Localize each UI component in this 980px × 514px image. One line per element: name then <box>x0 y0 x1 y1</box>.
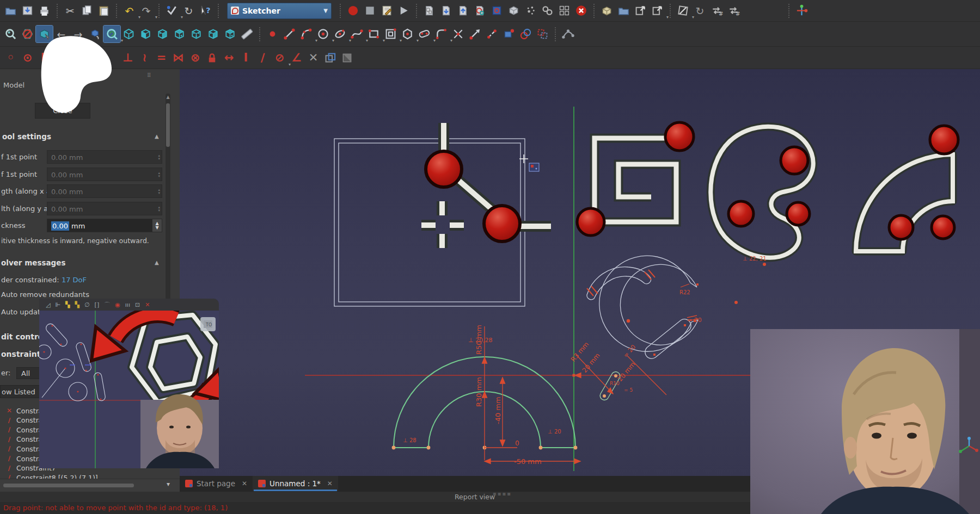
view-bottom-icon[interactable] <box>205 26 222 42</box>
close-tab-icon[interactable]: ✕ <box>242 480 247 487</box>
validate-icon[interactable]: ▾ <box>163 2 180 19</box>
dimension-label[interactable]: R3 mm <box>569 340 590 363</box>
close-button[interactable]: Close <box>35 103 90 119</box>
trim-edge-icon[interactable] <box>450 26 467 42</box>
swap-params-icon[interactable]: # <box>708 2 725 19</box>
remove-redundancy-icon[interactable] <box>522 2 539 19</box>
constraint-symmetric-icon[interactable]: ⋈ <box>170 49 187 66</box>
view-front-icon[interactable] <box>137 26 154 42</box>
paste-icon[interactable] <box>95 2 112 19</box>
zoom-icon[interactable] <box>2 26 19 42</box>
constraint-lock-icon[interactable] <box>204 49 220 66</box>
bspline-tools-icon[interactable] <box>560 26 577 42</box>
create-fillet-icon[interactable]: ▾ <box>433 26 450 42</box>
dimension-label[interactable]: ⊥ 20 <box>548 429 561 435</box>
toggle-construction-icon[interactable] <box>322 49 339 66</box>
map-sketch-icon[interactable] <box>488 2 505 19</box>
fit-all-icon[interactable]: ▾ <box>103 26 120 42</box>
constraint-point-on-object-icon[interactable]: Γ <box>36 49 53 66</box>
constraint-equal-icon[interactable]: = <box>153 49 170 66</box>
dimension-label[interactable]: ⊥ 28 <box>403 437 416 443</box>
dimension-label[interactable]: R30 mm <box>475 377 483 407</box>
export-sketch-icon[interactable] <box>455 2 471 19</box>
macro-edit-icon[interactable] <box>378 2 395 19</box>
constraint-diameter-icon[interactable]: ⊘▾ <box>271 49 288 66</box>
dimension-label[interactable]: R22 <box>679 289 690 295</box>
export-alt-icon[interactable]: ▾ <box>649 2 666 19</box>
dock-handle-icon[interactable]: ⠿ <box>147 72 151 78</box>
print-icon[interactable] <box>36 2 53 19</box>
view-right-icon[interactable] <box>171 26 188 42</box>
rotate-view-icon[interactable]: ↻ <box>691 2 708 19</box>
constraint-snell-icon[interactable]: ✕ <box>305 49 322 66</box>
macro-play-icon[interactable] <box>395 2 412 19</box>
cut-icon[interactable]: ✂ <box>62 2 78 19</box>
panel-scrollbar[interactable]: ▲ <box>166 94 170 321</box>
copy-icon[interactable] <box>78 2 95 19</box>
chevron-down-icon[interactable]: ▾ <box>167 480 170 488</box>
validate-sketch-icon[interactable] <box>471 2 488 19</box>
save-icon[interactable] <box>19 2 36 19</box>
constraint-distance-y-icon[interactable]: Ι <box>237 49 254 66</box>
dimension-label[interactable]: -50 mm <box>514 457 542 466</box>
parameter-input[interactable]: 0.00 mm▴▾ <box>47 184 162 198</box>
open-file-icon[interactable] <box>2 2 19 19</box>
axis-cross-icon[interactable] <box>793 2 810 19</box>
extend-edge-icon[interactable] <box>467 26 483 42</box>
constraint-angle-icon[interactable]: ∠ <box>288 49 305 66</box>
create-bspline-icon[interactable]: ▾ <box>348 26 365 42</box>
stop-operation-icon[interactable] <box>573 2 590 19</box>
swap-params-alt-icon[interactable]: # <box>725 2 742 19</box>
whats-this-icon[interactable]: ? <box>197 2 214 19</box>
dimension-label[interactable]: R10 <box>610 381 620 386</box>
constraint-block-icon[interactable]: ⊗ <box>187 49 204 66</box>
constraint-list-item[interactable]: ∕Constraint8 [(5,2),(7,1)] <box>0 473 180 479</box>
create-arc-icon[interactable]: ▾ <box>298 26 315 42</box>
collapse-chevron-icon[interactable]: ▲ <box>155 259 159 265</box>
parameter-input[interactable]: 0.00 mm▴▾ <box>47 168 162 181</box>
close-tab-icon[interactable]: ✕ <box>327 480 333 487</box>
select-elements-icon[interactable] <box>534 26 551 42</box>
external-geometry-icon[interactable] <box>500 26 517 42</box>
create-slot-icon[interactable]: ▾ <box>416 26 433 42</box>
export-icon[interactable] <box>632 2 649 19</box>
create-rectangle-icon[interactable]: ▾ <box>365 26 382 42</box>
dimension-label[interactable]: R50 mm <box>475 325 483 355</box>
toggle-driving-icon[interactable] <box>339 49 356 66</box>
clipping-plane-icon[interactable]: ▾ <box>19 26 36 42</box>
measure-icon[interactable] <box>238 26 255 42</box>
tab-start-page[interactable]: Start page ✕ <box>180 476 253 491</box>
workbench-selector[interactable]: Sketcher▼ <box>227 3 332 19</box>
undo-icon[interactable]: ↶▾ <box>121 2 138 19</box>
section-solver-messages[interactable]: olver messages <box>1 258 65 267</box>
dimension-label[interactable]: 20 mm <box>616 360 637 383</box>
create-circle-icon[interactable]: ▾ <box>315 26 332 42</box>
mirror-sketch-icon[interactable] <box>556 2 573 19</box>
nav-back-icon[interactable]: ← <box>53 26 70 42</box>
dimension-label[interactable]: = 20 <box>687 317 702 324</box>
carbon-copy-icon[interactable] <box>517 26 534 42</box>
parameter-input[interactable]: 0.00 mm▴▾ <box>47 150 162 164</box>
collapse-chevron-icon[interactable]: ▲ <box>155 133 159 139</box>
create-frame-icon[interactable]: ▾ <box>382 26 399 42</box>
view-left-icon[interactable] <box>222 26 238 42</box>
box-selection-icon[interactable] <box>36 26 53 42</box>
sketch-doc-icon[interactable] <box>421 2 438 19</box>
view-rear-icon[interactable] <box>188 26 205 42</box>
refresh-icon[interactable]: ↻ <box>180 2 197 19</box>
constraint-perpendicular-icon[interactable]: ⊥ <box>119 49 136 66</box>
split-edge-icon[interactable] <box>483 26 500 42</box>
auto-update[interactable]: Auto updat <box>1 308 40 316</box>
show-listed-dropdown[interactable]: ow Listed <box>0 385 40 398</box>
constraint-tangent-icon[interactable]: ≀ <box>136 49 153 66</box>
nav-forward-icon[interactable]: → <box>70 26 87 42</box>
section-constraints[interactable]: onstraints <box>1 350 45 358</box>
create-line-icon[interactable] <box>281 26 298 42</box>
group-icon[interactable] <box>615 2 632 19</box>
edit-placement-icon[interactable]: ▾ <box>675 2 691 19</box>
constraint-coincident-icon[interactable]: ⊙ <box>19 49 36 66</box>
auto-remove-redundants[interactable]: Auto remove redundants <box>1 290 89 299</box>
create-point-icon[interactable] <box>264 26 281 42</box>
spinner-arrows-icon[interactable]: ▲▼ <box>152 219 162 232</box>
view-section-icon[interactable] <box>505 2 522 19</box>
